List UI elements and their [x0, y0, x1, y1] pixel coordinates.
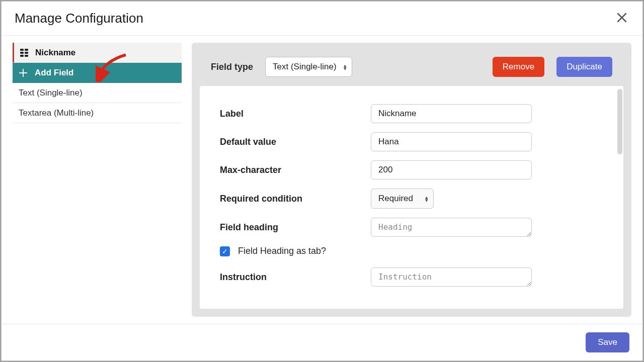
manage-configuration-modal: Manage Configuration Nickname Add Field …	[1, 1, 643, 361]
sidebar-item-label: Textarea (Multi-line)	[19, 108, 94, 118]
remove-button[interactable]: Remove	[493, 57, 544, 77]
plus-icon	[19, 68, 28, 77]
row-label: Label	[220, 104, 603, 123]
required-value: Required	[378, 194, 413, 204]
row-default: Default value	[220, 132, 603, 151]
main-panel: Field type Text (Single-line) ▴▾ Remove …	[192, 43, 631, 317]
max-input[interactable]	[371, 160, 532, 179]
modal-footer: Save	[2, 324, 642, 360]
row-instruction: Instruction	[220, 267, 603, 287]
instruction-label: Instruction	[220, 272, 371, 283]
max-label: Max-character	[220, 165, 371, 175]
sidebar-item-nickname[interactable]: Nickname	[13, 43, 182, 63]
default-input[interactable]	[371, 132, 532, 151]
heading-as-tab-label: Field Heading as tab?	[238, 246, 326, 256]
sidebar-item-label: Add Field	[35, 68, 73, 78]
sidebar-item-label: Nickname	[35, 48, 75, 58]
field-type-label: Field type	[211, 62, 253, 72]
duplicate-button[interactable]: Duplicate	[556, 57, 612, 77]
sidebar-item-textarea-multi[interactable]: Textarea (Multi-line)	[13, 103, 182, 123]
form-area: Label Default value Max-character Requir…	[200, 86, 623, 309]
modal-title: Manage Configuration	[15, 11, 143, 26]
modal-body: Nickname Add Field Text (Single-line) Te…	[2, 36, 642, 324]
heading-input[interactable]	[371, 218, 532, 237]
chevron-updown-icon: ▴▾	[344, 64, 347, 70]
row-max: Max-character	[220, 160, 603, 179]
panel-topbar: Field type Text (Single-line) ▴▾ Remove …	[192, 43, 631, 86]
sidebar-item-add-field[interactable]: Add Field	[13, 63, 182, 83]
label-label: Label	[220, 109, 371, 119]
drag-handle-icon[interactable]	[20, 49, 28, 57]
heading-as-tab-checkbox[interactable]: ✓	[220, 246, 230, 256]
row-required: Required condition Required ▴▾	[220, 189, 603, 209]
close-icon[interactable]	[614, 11, 629, 26]
save-button[interactable]: Save	[586, 332, 629, 352]
field-type-select[interactable]: Text (Single-line) ▴▾	[265, 57, 352, 77]
sidebar-item-text-single[interactable]: Text (Single-line)	[13, 83, 182, 103]
instruction-input[interactable]	[371, 267, 532, 287]
field-type-value: Text (Single-line)	[273, 62, 337, 72]
heading-label: Field heading	[220, 222, 371, 233]
row-heading: Field heading	[220, 218, 603, 237]
label-input[interactable]	[371, 104, 532, 123]
sidebar-item-label: Text (Single-line)	[19, 88, 83, 98]
row-heading-as-tab: ✓ Field Heading as tab?	[220, 246, 603, 256]
default-label: Default value	[220, 137, 371, 147]
modal-header: Manage Configuration	[2, 2, 642, 36]
required-select[interactable]: Required ▴▾	[371, 189, 434, 209]
required-label: Required condition	[220, 194, 371, 204]
chevron-updown-icon: ▴▾	[425, 196, 428, 202]
sidebar: Nickname Add Field Text (Single-line) Te…	[13, 43, 182, 317]
scrollbar[interactable]	[617, 89, 622, 154]
